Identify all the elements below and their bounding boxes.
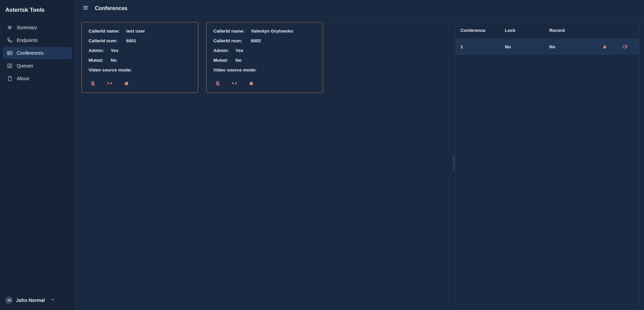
label-admin: Admin: xyxy=(213,48,233,53)
sidebar-item-label: Queues xyxy=(17,63,33,68)
menu-toggle-button[interactable] xyxy=(82,4,89,12)
label-callerid-num: CallerId num: xyxy=(89,38,124,43)
cell-conference: 1 xyxy=(461,44,505,49)
callerid-name-value: test user xyxy=(126,29,145,34)
cell-lock: No xyxy=(505,44,549,49)
label-callerid-num: CallerId num: xyxy=(213,38,249,43)
sidebar-item-label: Endpoints xyxy=(17,38,38,43)
mute-button[interactable] xyxy=(90,81,96,88)
callerid-name-value: Valentyn Grytsenko xyxy=(251,29,293,34)
page-title: Conferences xyxy=(95,5,127,11)
label-muted: Muted: xyxy=(89,58,109,63)
chevron-down-icon xyxy=(50,297,55,303)
sidebar-item-label: About xyxy=(17,76,29,81)
svg-point-1 xyxy=(8,52,9,53)
file-icon xyxy=(7,75,13,82)
app-title: Astertsk Tools xyxy=(0,0,74,19)
sidebar-item-label: Summary xyxy=(17,25,37,30)
muted-value: No xyxy=(235,58,241,63)
label-admin: Admin: xyxy=(89,48,109,53)
svg-rect-9 xyxy=(623,45,626,48)
participant-card: CallerId name:Valentyn Grytsenko CallerI… xyxy=(206,22,323,93)
id-card-icon xyxy=(7,50,13,56)
user-name: John Normal xyxy=(16,298,45,303)
svg-point-3 xyxy=(9,65,10,66)
cell-record: No xyxy=(549,44,594,49)
col-lock: Lock xyxy=(505,28,549,33)
sidebar: Astertsk Tools Summary Endpoints Confere… xyxy=(0,0,75,310)
conferences-table-panel: Conference Lock Record 1 No No xyxy=(455,17,644,310)
admin-value: Yes xyxy=(111,48,118,53)
user-menu[interactable]: JN John Normal xyxy=(0,292,74,310)
col-record: Record xyxy=(549,28,594,33)
avatar: JN xyxy=(5,297,13,304)
label-video-mode: Video source mode: xyxy=(213,67,257,72)
sidebar-item-label: Conferences xyxy=(17,50,43,56)
admin-value: Yes xyxy=(235,48,243,53)
muted-value: No xyxy=(111,58,117,63)
label-video-mode: Video source mode: xyxy=(89,67,132,72)
label-callerid-name: CallerId name: xyxy=(213,29,249,34)
callerid-num-value: 6001 xyxy=(126,38,136,43)
user-square-icon xyxy=(7,63,13,69)
sidebar-item-endpoints[interactable]: Endpoints xyxy=(3,34,72,46)
sidebar-nav: Summary Endpoints Conferences Queues xyxy=(0,19,74,292)
phone-icon xyxy=(7,37,13,43)
svg-rect-7 xyxy=(250,82,253,85)
main: Conferences CallerId name:test user Call… xyxy=(75,0,644,310)
label-callerid-name: CallerId name: xyxy=(89,29,124,34)
sidebar-item-about[interactable]: About xyxy=(3,72,72,85)
svg-rect-5 xyxy=(125,82,128,85)
sidebar-item-queues[interactable]: Queues xyxy=(3,60,72,72)
conferences-table: Conference Lock Record 1 No No xyxy=(455,22,639,305)
mute-button[interactable] xyxy=(215,81,221,88)
svg-rect-8 xyxy=(603,46,606,48)
video-button[interactable] xyxy=(231,81,237,88)
kick-button[interactable] xyxy=(248,81,254,88)
kick-button[interactable] xyxy=(123,81,129,88)
sidebar-item-summary[interactable]: Summary xyxy=(3,21,72,34)
table-header: Conference Lock Record xyxy=(456,22,639,39)
label-muted: Muted: xyxy=(213,58,233,63)
callerid-num-value: 6002 xyxy=(251,38,261,43)
participants-panel: CallerId name:test user CallerId num:600… xyxy=(75,17,455,310)
sidebar-item-conferences[interactable]: Conferences xyxy=(3,47,72,59)
svg-rect-0 xyxy=(7,51,12,55)
col-conference: Conference xyxy=(461,28,505,33)
video-button[interactable] xyxy=(107,81,113,88)
lock-button[interactable] xyxy=(594,44,616,49)
asterisk-icon xyxy=(7,24,13,31)
record-button[interactable] xyxy=(616,44,634,49)
table-row[interactable]: 1 No No xyxy=(456,39,639,55)
participant-card: CallerId name:test user CallerId num:600… xyxy=(82,22,198,93)
topbar: Conferences xyxy=(75,0,644,17)
